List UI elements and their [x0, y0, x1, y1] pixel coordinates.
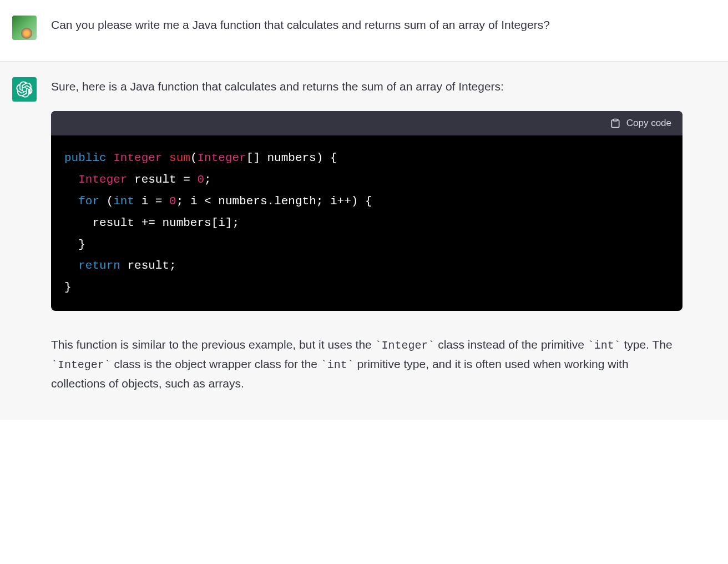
assistant-intro: Sure, here is a Java function that calcu…: [51, 77, 683, 96]
code-content: public Integer sum(Integer[] numbers) { …: [51, 135, 683, 311]
inline-code: `Integer`: [51, 359, 111, 371]
copy-code-label: Copy code: [626, 118, 671, 129]
inline-code: `Integer`: [375, 339, 435, 352]
user-avatar: [12, 16, 37, 40]
clipboard-icon: [610, 118, 621, 129]
user-content: Can you please write me a Java function …: [51, 16, 716, 46]
inline-code: `int`: [588, 339, 621, 352]
copy-code-button[interactable]: Copy code: [610, 118, 671, 129]
assistant-content: Sure, here is a Java function that calcu…: [51, 77, 716, 404]
openai-logo-icon: [16, 81, 33, 98]
assistant-avatar: [12, 77, 37, 102]
user-message: Can you please write me a Java function …: [0, 0, 728, 62]
code-header: Copy code: [51, 111, 683, 135]
assistant-explanation: This function is similar to the previous…: [51, 335, 683, 392]
assistant-message: Sure, here is a Java function that calcu…: [0, 62, 728, 420]
user-text: Can you please write me a Java function …: [51, 16, 683, 34]
code-block: Copy code public Integer sum(Integer[] n…: [51, 111, 683, 311]
inline-code: `int`: [321, 359, 354, 371]
svg-rect-0: [613, 119, 617, 121]
